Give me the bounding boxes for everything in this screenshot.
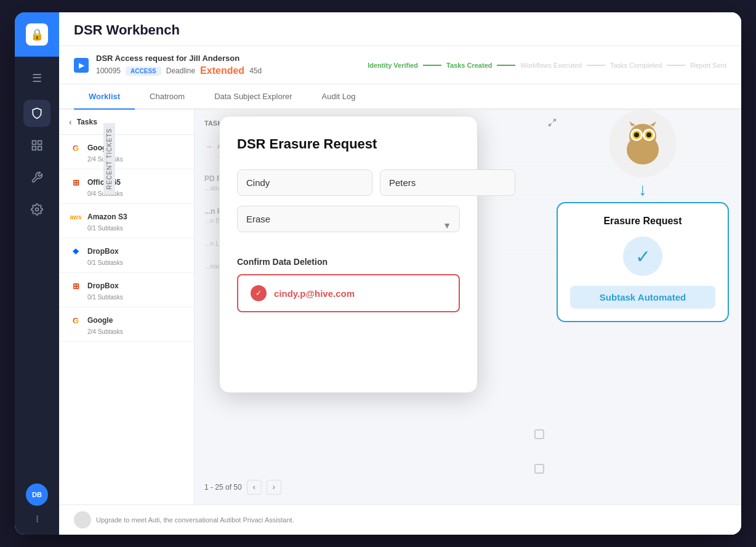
dropbox-subtasks-1: 0/1 Subtasks xyxy=(87,259,184,266)
erasure-card: Erasure Request ✓ Subtask Automated xyxy=(557,202,729,322)
page-header: DSR Workbench xyxy=(59,12,741,46)
svg-marker-17 xyxy=(650,121,656,126)
task-service-google-1: G Google xyxy=(69,141,184,155)
task-service-office: ⊞ Office365 xyxy=(69,176,184,189)
dropbox-icon-1: ❖ xyxy=(69,245,82,258)
step-line-2 xyxy=(497,65,515,66)
name-form-row xyxy=(237,169,460,196)
shield-icon xyxy=(31,107,43,120)
task-item-dropbox-2[interactable]: ⊞ DropBox 0/1 Subtasks xyxy=(59,273,194,307)
google-icon-1: G xyxy=(69,141,82,155)
upgrade-avatar xyxy=(74,511,91,529)
recent-tickets-tab[interactable]: RECENT TICKETS xyxy=(103,123,115,195)
tab-chatroom[interactable]: Chatroom xyxy=(135,84,199,110)
aws-letter: aws xyxy=(70,214,82,221)
content-area: ‹ Tasks G Google 2/4 Subtasks xyxy=(59,110,741,504)
grid-icon xyxy=(31,139,43,152)
google-letter-1: G xyxy=(73,144,79,153)
owl-container xyxy=(557,110,729,177)
user-avatar[interactable]: DB xyxy=(26,484,48,506)
tasks-header: ‹ Tasks xyxy=(59,110,194,135)
task-item-dropbox-1[interactable]: ❖ DropBox 0/1 Subtasks xyxy=(59,238,194,273)
dropbox-office-letter: ⊞ xyxy=(73,282,79,291)
google-icon-2: G xyxy=(69,314,82,327)
action-select[interactable]: Erase Access Restrict xyxy=(237,206,460,232)
subtask-automated-button[interactable]: Subtask Automated xyxy=(570,286,715,309)
google-subtasks-1: 2/4 Subtasks xyxy=(87,156,184,163)
upgrade-text: Upgrade to meet Auti, the conversational… xyxy=(96,516,294,524)
right-overlay: ↓ Erasure Request ✓ Subtask Automated xyxy=(557,110,729,322)
sidebar-nav xyxy=(23,100,50,484)
action-select-wrapper: Erase Access Restrict ▼ xyxy=(237,206,460,245)
task-item-google-2[interactable]: G Google 2/4 Subtasks xyxy=(59,307,194,342)
deadline-days: 45d xyxy=(249,67,262,75)
sidebar-item-shield[interactable] xyxy=(23,100,50,127)
logo-icon: 🔒 xyxy=(30,28,44,41)
dsr-request-title: DSR Access request for Jill Anderson xyxy=(96,54,262,63)
email-check-icon: ✓ xyxy=(251,285,267,301)
dropbox-subtasks-2: 0/1 Subtasks xyxy=(87,294,184,301)
task-item-office365[interactable]: ⊞ Office365 0/4 Subtasks xyxy=(59,169,194,204)
erasure-check-circle: ✓ xyxy=(623,237,662,276)
svg-point-13 xyxy=(634,132,639,137)
tool-icon xyxy=(31,171,43,184)
step-line-1 xyxy=(423,65,441,66)
email-box: ✓ cindy.p@hive.com xyxy=(237,274,460,312)
tab-data-subject-explorer[interactable]: Data Subject Explorer xyxy=(199,84,307,110)
progress-steps: Identity Verified Tasks Created Workflow… xyxy=(368,62,726,69)
svg-point-4 xyxy=(36,208,39,211)
right-area: Tasks Subtasks → Auto-Discovery ...d doc… xyxy=(195,110,741,504)
sidebar-item-grid[interactable] xyxy=(23,132,50,159)
step-workflows: Workflows Executed xyxy=(520,62,581,69)
back-button[interactable]: ‹ xyxy=(69,117,72,127)
access-badge: ACCESS xyxy=(126,67,161,76)
dropbox-name-1: DropBox xyxy=(87,247,119,256)
page-title: DSR Workbench xyxy=(74,22,726,38)
expand-arrow[interactable]: ▶ xyxy=(74,58,89,73)
logo-inner: 🔒 xyxy=(26,23,48,46)
logo[interactable]: 🔒 xyxy=(15,12,59,57)
owl-icon xyxy=(618,119,667,168)
task-service-google-2: G Google xyxy=(69,314,184,327)
dropbox-letter-1: ❖ xyxy=(72,247,79,256)
tab-audit-log[interactable]: Audit Log xyxy=(307,84,371,110)
tasks-panel: ‹ Tasks G Google 2/4 Subtasks xyxy=(59,110,195,504)
sidebar-item-tool[interactable] xyxy=(23,164,50,191)
more-icon[interactable]: ⁞ xyxy=(36,513,39,525)
ticket-id: 100095 xyxy=(96,67,121,75)
step-report-sent: Report Sent xyxy=(690,62,726,69)
google-name-2: Google xyxy=(87,316,113,325)
dsr-request-bar: ▶ DSR Access request for Jill Anderson 1… xyxy=(59,46,741,84)
menu-toggle[interactable]: ☰ xyxy=(27,67,47,90)
tab-worklist[interactable]: Worklist xyxy=(74,84,135,110)
svg-rect-0 xyxy=(33,141,36,145)
svg-rect-3 xyxy=(38,147,42,150)
confirm-label: Confirm Data Deletion xyxy=(237,257,460,267)
sidebar: 🔒 ☰ DB ⁞ xyxy=(15,12,59,535)
step-line-4 xyxy=(667,65,685,66)
task-item-amazon-s3[interactable]: aws Amazon S3 0/1 Subtasks xyxy=(59,204,194,238)
first-name-input[interactable] xyxy=(237,169,372,196)
svg-rect-2 xyxy=(33,147,36,150)
dropbox-name-2: DropBox xyxy=(87,282,119,290)
google-subtasks-2: 2/4 Subtasks xyxy=(87,328,184,335)
main-content: DSR Workbench RECENT TICKETS ▶ DSR Acces… xyxy=(59,12,741,535)
task-service-dropbox-1: ❖ DropBox xyxy=(69,245,184,258)
gear-icon xyxy=(31,203,43,216)
aws-subtasks: 0/1 Subtasks xyxy=(87,225,184,232)
sidebar-item-gear[interactable] xyxy=(23,196,50,223)
step-line-3 xyxy=(587,65,605,66)
sidebar-bottom: DB ⁞ xyxy=(26,484,48,535)
aws-name: Amazon S3 xyxy=(87,213,127,221)
last-name-input[interactable] xyxy=(380,169,515,196)
aws-icon: aws xyxy=(69,210,82,224)
step-identity-verified: Identity Verified xyxy=(368,62,418,69)
task-service-aws: aws Amazon S3 xyxy=(69,210,184,224)
arrow-down: ↓ xyxy=(557,180,729,200)
modal-overlay: DSR Erasure Request Erase Access Restric… xyxy=(195,110,741,504)
task-item-google-1[interactable]: G Google 2/4 Subtasks xyxy=(59,135,194,169)
google-letter-2: G xyxy=(73,316,79,325)
task-service-dropbox-2: ⊞ DropBox xyxy=(69,279,184,293)
step-tasks-completed: Tasks Completed xyxy=(610,62,662,69)
office-letter: ⊞ xyxy=(73,178,79,187)
